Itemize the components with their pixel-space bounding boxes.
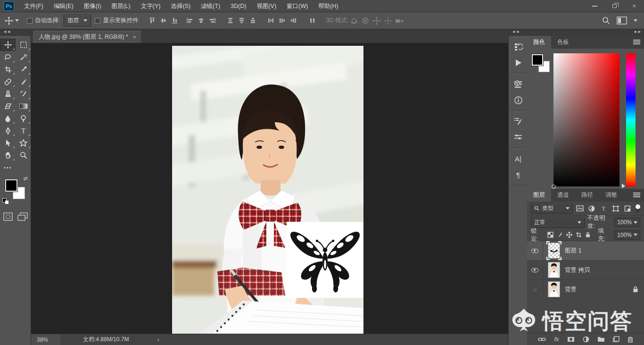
3d-roll-icon[interactable] (360, 15, 371, 26)
filter-kind-dropdown[interactable]: 类型 (531, 203, 573, 214)
actions-panel-icon[interactable] (509, 55, 528, 71)
layer-style-icon[interactable]: fx (554, 336, 559, 343)
expand-panels-chevron[interactable]: ◄◄ (509, 29, 527, 36)
layer-thumbnail[interactable] (548, 281, 560, 297)
show-transform-checkbox[interactable] (95, 18, 100, 24)
menu-select[interactable]: 选择(S) (165, 0, 196, 12)
hue-slider[interactable] (626, 53, 636, 186)
layer-name[interactable]: 背景 拷贝 (565, 266, 590, 274)
dodge-tool[interactable] (16, 112, 31, 125)
path-selection-tool[interactable] (0, 137, 16, 149)
distribute-right-button[interactable] (288, 15, 299, 26)
3d-slide-icon[interactable] (382, 15, 394, 26)
lock-pixels-icon[interactable] (557, 232, 563, 238)
character-panel-icon[interactable]: A| (509, 151, 528, 167)
tab-channels[interactable]: 通道 (551, 189, 575, 202)
tab-color[interactable]: 颜色 (527, 36, 551, 49)
blend-mode-dropdown[interactable]: 正常 (531, 217, 585, 228)
new-group-icon[interactable] (597, 337, 605, 342)
spot-healing-tool[interactable] (0, 76, 16, 88)
zoom-tool[interactable] (16, 149, 31, 161)
new-adjustment-layer-icon[interactable] (583, 336, 589, 343)
info-panel-icon[interactable] (509, 92, 528, 108)
close-tab-icon[interactable]: × (133, 34, 136, 41)
swap-colors-icon[interactable]: ⇄ (23, 176, 27, 182)
menu-layer[interactable]: 图层(L) (106, 0, 135, 12)
crop-tool[interactable] (0, 63, 16, 76)
align-left-button[interactable] (184, 15, 195, 26)
clone-stamp-tool[interactable] (0, 88, 16, 100)
layer-thumbnail[interactable] (548, 243, 560, 259)
align-right-button[interactable] (206, 15, 218, 26)
screen-mode-icon[interactable] (17, 212, 28, 221)
panel-menu-icon[interactable] (633, 193, 640, 197)
layer-row-background-copy[interactable]: 背景 拷贝 (527, 261, 644, 280)
edit-toolbar-ellipsis[interactable]: ••• (0, 161, 16, 174)
layer-name[interactable]: 图层 1 (565, 247, 581, 255)
collapse-toolbar-chevron[interactable]: ◄◄ (0, 29, 31, 36)
filter-type-layers-icon[interactable]: T (599, 204, 608, 213)
menu-window[interactable]: 窗口(W) (281, 0, 313, 12)
3d-drag-icon[interactable] (371, 15, 382, 26)
type-tool[interactable]: T (16, 125, 31, 137)
quick-mask-icon[interactable] (3, 212, 13, 221)
default-colors-icon[interactable] (2, 198, 10, 205)
fill-field[interactable]: 100% (614, 230, 640, 240)
visibility-toggle[interactable] (527, 261, 543, 280)
filter-smart-objects-icon[interactable] (623, 204, 632, 213)
restore-button[interactable] (604, 0, 624, 12)
filter-shape-layers-icon[interactable] (611, 204, 620, 213)
distribute-spacing-button[interactable] (306, 15, 318, 26)
add-mask-icon[interactable] (567, 337, 575, 342)
menu-3d[interactable]: 3D(D) (225, 0, 251, 12)
lasso-tool[interactable] (0, 51, 16, 63)
align-horizontal-center-button[interactable] (195, 15, 206, 26)
marquee-tool[interactable] (16, 39, 31, 51)
align-vertical-center-button[interactable] (157, 15, 169, 26)
align-bottom-button[interactable] (169, 15, 180, 26)
canvas-area[interactable] (31, 43, 508, 334)
filter-pixel-layers-icon[interactable] (576, 204, 585, 213)
eyedropper-tool[interactable] (16, 63, 31, 76)
minimize-button[interactable] (585, 0, 604, 12)
blur-tool[interactable] (0, 112, 16, 125)
auto-select-checkbox[interactable] (27, 18, 33, 24)
filter-toggle-switch[interactable] (636, 205, 640, 212)
3d-camera-icon[interactable] (394, 15, 405, 26)
custom-shape-tool[interactable] (16, 137, 31, 149)
saturation-brightness-field[interactable] (553, 53, 619, 186)
pen-tool[interactable] (0, 125, 16, 137)
search-icon[interactable] (602, 17, 610, 25)
zoom-level-field[interactable]: 38% (31, 334, 60, 345)
menu-view[interactable]: 视图(V) (251, 0, 281, 12)
close-button[interactable]: × (624, 0, 644, 12)
lock-all-icon[interactable] (585, 232, 591, 238)
align-top-button[interactable] (146, 15, 157, 26)
status-options-chevron[interactable]: › (157, 336, 159, 343)
link-layers-icon[interactable] (538, 337, 546, 342)
distribute-top-button[interactable] (224, 15, 236, 26)
menu-help[interactable]: 帮助(H) (313, 0, 343, 12)
tab-layers[interactable]: 图层 (527, 189, 551, 202)
distribute-bottom-button[interactable] (247, 15, 258, 26)
layer-thumbnail[interactable] (548, 262, 560, 278)
auto-select-dropdown[interactable]: 图层 (64, 15, 91, 26)
hue-slider-handle[interactable] (622, 184, 625, 188)
filter-adjustment-layers-icon[interactable] (587, 204, 596, 213)
layer-row-background[interactable]: 背景 (527, 280, 644, 299)
brush-settings-panel-icon[interactable] (509, 113, 528, 129)
quick-selection-tool[interactable] (16, 51, 31, 63)
lock-position-icon[interactable] (566, 232, 572, 238)
workspace-icon[interactable] (617, 17, 627, 25)
tab-paths[interactable]: 路径 (575, 189, 599, 202)
distribute-vertical-center-button[interactable] (236, 15, 247, 26)
lock-transparency-icon[interactable] (547, 232, 553, 238)
collapse-panels-chevron[interactable]: ►► (527, 29, 644, 36)
color-picker-cursor[interactable] (552, 185, 556, 189)
tab-adjustments[interactable]: 调整 (599, 189, 623, 202)
brushes-panel-icon[interactable] (509, 129, 528, 145)
new-layer-icon[interactable] (613, 336, 619, 342)
foreground-color-swatch[interactable] (5, 179, 17, 192)
layer-row-layer1[interactable]: 图层 1 (527, 241, 644, 261)
chevron-down-icon[interactable] (634, 19, 637, 22)
